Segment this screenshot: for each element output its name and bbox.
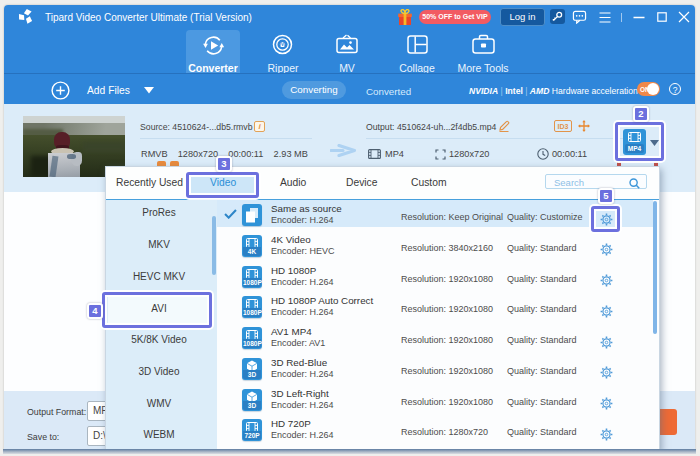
svg-text:DVD: DVD [278,42,288,47]
